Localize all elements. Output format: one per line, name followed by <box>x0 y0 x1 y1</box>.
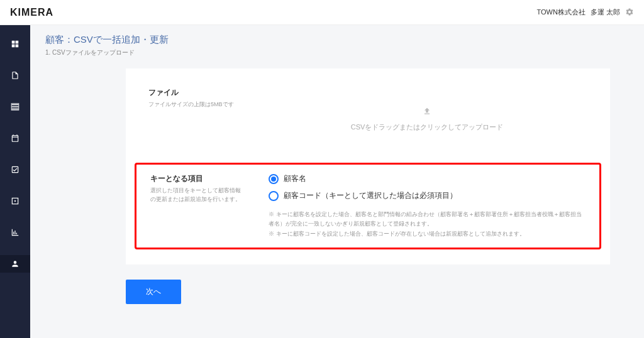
svg-rect-1 <box>16 41 19 44</box>
top-right: TOWN株式会社 多運 太郎 <box>537 8 634 18</box>
sidebar-item-chart[interactable] <box>0 224 30 241</box>
radio-label: 顧客コード（キーとして選択した場合は必須項目） <box>284 190 457 201</box>
sidebar-item-calendar[interactable] <box>0 129 30 147</box>
radio-label: 顧客名 <box>284 173 306 184</box>
radio-customer-name[interactable]: 顧客名 <box>269 173 586 184</box>
svg-rect-2 <box>12 45 15 48</box>
key-radio-group: 顧客名 顧客コード（キーとして選択した場合は必須項目） <box>269 173 586 201</box>
form-card: ファイル ファイルサイズの上限は5MBです CSVをドラッグまたはクリックしてア… <box>126 68 610 264</box>
sidebar-item-dashboard[interactable] <box>0 35 30 53</box>
next-button[interactable]: 次へ <box>126 280 181 304</box>
svg-rect-0 <box>12 41 15 44</box>
sidebar-item-box[interactable] <box>0 192 30 210</box>
page-title: 顧客：CSVで一括追加・更新 <box>45 34 644 46</box>
key-help: 選択した項目をキーとして顧客情報の更新または新規追加を行います。 <box>150 187 246 204</box>
svg-rect-3 <box>16 45 19 48</box>
main: 顧客：CSVで一括追加・更新 1. CSVファイルをアップロード ファイル ファ… <box>30 25 644 338</box>
key-field-highlight: キーとなる項目 選択した項目をキーとして顧客情報の更新または新規追加を行います。… <box>135 163 601 249</box>
sidebar <box>0 25 30 338</box>
key-note-2: ※ キーに顧客コードを設定した場合、顧客コードが存在しない場合は新規顧客として追… <box>269 229 586 239</box>
key-label: キーとなる項目 <box>150 173 246 184</box>
gear-icon[interactable] <box>625 8 634 18</box>
radio-customer-code[interactable]: 顧客コード（キーとして選択した場合は必須項目） <box>269 190 586 201</box>
company-name: TOWN株式会社 <box>537 8 586 17</box>
sidebar-item-document[interactable] <box>0 67 30 84</box>
file-help: ファイルサイズの上限は5MBです <box>148 101 244 109</box>
page-subtitle: 1. CSVファイルをアップロード <box>45 48 644 57</box>
file-label: ファイル <box>148 87 244 98</box>
logo: KIMERA <box>10 7 53 18</box>
svg-point-6 <box>14 200 16 202</box>
upload-icon <box>275 107 579 117</box>
radio-icon <box>269 174 279 184</box>
upload-dropzone[interactable]: CSVをドラッグまたはクリックしてアップロード <box>267 87 587 145</box>
sidebar-item-check[interactable] <box>0 161 30 178</box>
file-row: ファイル ファイルサイズの上限は5MBです CSVをドラッグまたはクリックしてア… <box>148 87 587 145</box>
sidebar-item-list[interactable] <box>0 98 30 116</box>
upload-text: CSVをドラッグまたはクリックしてアップロード <box>351 123 504 131</box>
key-note-1: ※ キーに顧客名を設定した場合、顧客名と部門情報の組み合わせ（顧客部署名＋顧客部… <box>269 210 586 229</box>
topbar: KIMERA TOWN株式会社 多運 太郎 <box>0 0 644 25</box>
user-name: 多運 太郎 <box>591 8 620 17</box>
radio-icon <box>269 191 279 201</box>
sidebar-item-person[interactable] <box>0 255 30 273</box>
